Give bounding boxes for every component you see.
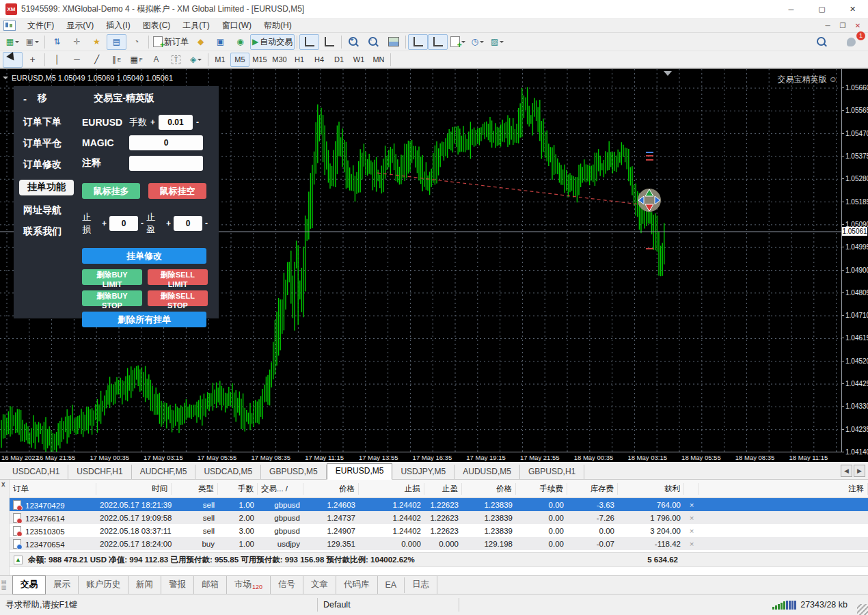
menu-item[interactable]: 窗口(W): [216, 18, 258, 33]
timeframe-h4-button[interactable]: H4: [310, 53, 329, 67]
terminal-tab[interactable]: 交易: [12, 575, 46, 594]
periods-button[interactable]: ◷: [467, 34, 487, 50]
candle-chart-mode-button[interactable]: [428, 34, 448, 50]
panel-nav-item[interactable]: 订单下单: [23, 116, 81, 128]
text-label-button[interactable]: T: [166, 52, 186, 68]
order-row[interactable]: 1234706542022.05.17 18:24:00buy1.00usdjp…: [10, 537, 868, 550]
terminal-close-button[interactable]: x: [1, 480, 5, 488]
panel-nav-item[interactable]: 网址导航: [23, 204, 81, 217]
child-minimize-button[interactable]: ─: [820, 22, 835, 29]
column-header[interactable]: 时间: [96, 483, 172, 495]
chart-tab[interactable]: USDCAD,M5: [195, 465, 261, 479]
timeframe-d1-button[interactable]: D1: [329, 53, 349, 67]
close-order-button[interactable]: ×: [684, 501, 699, 509]
horizontal-line-button[interactable]: ─: [67, 52, 87, 68]
tab-scroll-left-button[interactable]: ◀: [841, 465, 852, 477]
column-header[interactable]: 价格: [303, 483, 359, 495]
vertical-line-button[interactable]: │: [47, 52, 67, 68]
terminal-tab[interactable]: 展示: [46, 576, 79, 594]
navigator-button[interactable]: ★: [87, 34, 107, 50]
timeframe-m15-button[interactable]: M15: [250, 53, 269, 67]
timeframe-w1-button[interactable]: W1: [349, 53, 368, 67]
sl-input[interactable]: [109, 216, 138, 231]
timeframe-m1-button[interactable]: M1: [211, 53, 230, 67]
delete-all-pending-button[interactable]: 删除所有挂单: [82, 312, 206, 327]
column-header[interactable]: 止盈: [424, 483, 462, 495]
column-header[interactable]: 类型: [172, 483, 218, 495]
tp-plus-button[interactable]: +: [166, 219, 171, 228]
chart-tab[interactable]: AUDUSD,M5: [455, 465, 520, 479]
lots-plus-button[interactable]: +: [150, 118, 155, 127]
comment-input[interactable]: [129, 156, 203, 171]
chart-area[interactable]: EURUSD,M5 1.05049 1.05069 1.05040 1.0506…: [0, 68, 868, 462]
chart-shift-button[interactable]: [299, 34, 319, 50]
notifications-button[interactable]: 1: [841, 34, 861, 50]
terminal-tab[interactable]: 信号: [271, 576, 303, 594]
search-button[interactable]: [812, 34, 832, 50]
tp-minus-button[interactable]: -: [205, 219, 208, 228]
news-sound-button[interactable]: ◉: [230, 34, 250, 50]
text-tool-button[interactable]: A: [146, 52, 166, 68]
chart-tab[interactable]: GBPUSD,M5: [261, 465, 327, 479]
chart-tab[interactable]: USDCAD,H1: [4, 465, 68, 479]
modify-pending-button[interactable]: 挂单修改: [82, 248, 206, 264]
terminal-tab[interactable]: 邮箱: [194, 576, 227, 594]
arrows-button[interactable]: ◈: [186, 52, 206, 68]
new-order-button[interactable]: 新订单: [151, 34, 191, 50]
menu-item[interactable]: 显示(V): [60, 18, 100, 33]
terminal-tab[interactable]: 日志: [405, 576, 437, 594]
zoom-out-button[interactable]: -: [364, 34, 383, 50]
timeframe-m5-button[interactable]: M5: [230, 53, 249, 67]
chart-tab[interactable]: EURUSD,M5: [327, 463, 393, 480]
indicators-button[interactable]: [448, 34, 467, 50]
magic-input[interactable]: [129, 135, 203, 150]
chart-tab[interactable]: USDCHF,H1: [68, 465, 131, 479]
column-header[interactable]: 获利: [618, 483, 684, 495]
profiles-button[interactable]: ▣: [23, 34, 42, 50]
column-header[interactable]: 交易... /: [258, 483, 303, 495]
maximize-button[interactable]: ▢: [806, 0, 837, 18]
status-profile[interactable]: Default: [318, 599, 459, 611]
timeframe-m30-button[interactable]: M30: [270, 53, 289, 67]
lots-minus-button[interactable]: -: [196, 118, 199, 127]
menu-item[interactable]: 图表(C): [137, 18, 177, 33]
resize-grip[interactable]: [857, 604, 868, 615]
delete-buy-stop-button[interactable]: 删除BUY STOP: [82, 290, 142, 306]
cursor-tool-button[interactable]: [3, 52, 23, 68]
terminal-tab[interactable]: 文章: [303, 576, 336, 594]
child-close-button[interactable]: ✕: [850, 22, 865, 29]
delete-sell-stop-button[interactable]: 删除SELL STOP: [148, 290, 208, 306]
crosshair-tool-button[interactable]: +: [23, 52, 42, 68]
timeframe-h1-button[interactable]: H1: [290, 53, 309, 67]
close-order-button[interactable]: ×: [684, 514, 699, 522]
community-button[interactable]: ▣: [211, 34, 230, 50]
delete-sell-limit-button[interactable]: 删除SELL LIMIT: [148, 269, 208, 285]
order-row[interactable]: 1234766142022.05.17 19:09:58sell2.00gbpu…: [10, 511, 868, 524]
terminal-tab[interactable]: 新闻: [128, 576, 161, 594]
time-axis[interactable]: 16 May 202216 May 21:5517 May 00:3517 Ma…: [0, 452, 842, 463]
tp-input[interactable]: [174, 216, 202, 231]
bar-chart-mode-button[interactable]: [408, 34, 428, 50]
mouse-sell-pending-button[interactable]: 鼠标挂空: [148, 183, 206, 199]
column-header[interactable]: 库存费: [567, 483, 618, 495]
panel-nav-item[interactable]: 挂单功能: [19, 180, 74, 195]
close-order-button[interactable]: ×: [684, 540, 699, 548]
chart-menu-icon[interactable]: [3, 77, 8, 82]
close-button[interactable]: ✕: [837, 0, 868, 18]
terminal-button[interactable]: ▤: [107, 34, 126, 50]
templates-button[interactable]: ▨: [487, 34, 507, 50]
close-order-button[interactable]: ×: [684, 527, 699, 535]
menu-item[interactable]: 工具(T): [176, 18, 215, 33]
sl-plus-button[interactable]: +: [102, 219, 107, 228]
terminal-tab[interactable]: 代码库: [336, 576, 378, 594]
panel-nav-item[interactable]: 订单修改: [23, 159, 81, 171]
panel-minimize-button[interactable]: -: [23, 93, 27, 105]
auto-scroll-button[interactable]: [319, 34, 339, 50]
fibonacci-button[interactable]: ▦F: [126, 52, 146, 68]
price-axis[interactable]: 1.05061 1.056601.055651.054701.053751.05…: [842, 69, 868, 463]
panel-nav-item[interactable]: 联系我们: [23, 226, 81, 238]
column-header[interactable]: 订单: [10, 483, 96, 495]
market-watch-button[interactable]: ⇅: [47, 34, 67, 50]
minimize-button[interactable]: ─: [776, 0, 806, 18]
terminal-tab[interactable]: 警报: [161, 576, 194, 594]
